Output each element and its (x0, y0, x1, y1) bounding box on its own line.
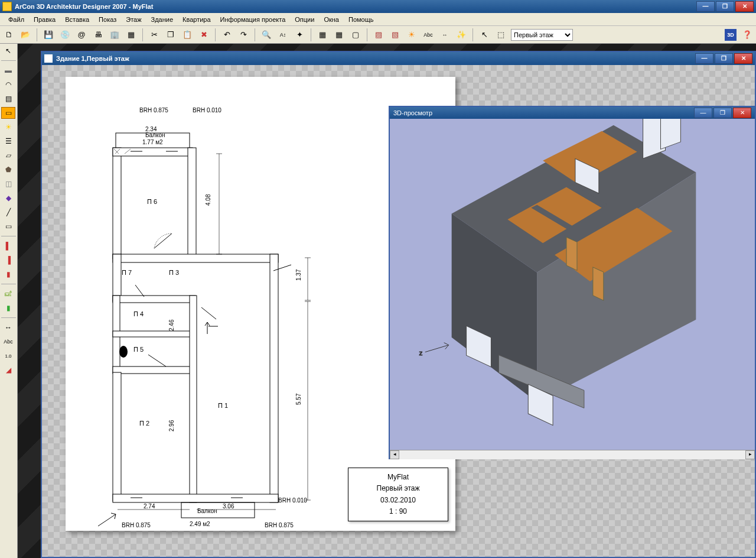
stairs-icon[interactable]: ☰ (1, 135, 15, 147)
room-label: П 4 (133, 310, 144, 317)
brh-label: BRH 0.010 (278, 497, 307, 504)
left-toolbar: ↖ ▬ ◠ ▤ ▭ ☀ ☰ ▱ ⬟ ◫ ◆ ╱ ▭ ▌ ▐ ▮ 🛋 ▮ ↔ Ab… (0, 44, 18, 558)
delete-icon[interactable]: ✖ (197, 28, 210, 41)
sun-icon[interactable]: ☀ (405, 28, 418, 41)
hatch1-icon[interactable]: ▨ (372, 28, 385, 41)
floorplan-titlebar[interactable]: Здание 1,Первый этаж — ❐ ✕ (42, 52, 755, 65)
redo-icon[interactable]: ↷ (237, 28, 250, 41)
mesh-icon[interactable]: ◫ (1, 178, 15, 190)
room-label: П 7 (122, 269, 132, 276)
pointer-icon[interactable]: ↖ (1, 45, 15, 57)
minimize-button[interactable]: — (696, 1, 715, 12)
room-label: П 1 (218, 402, 228, 409)
room-icon[interactable]: ▭ (1, 107, 15, 119)
email-icon[interactable]: @ (75, 28, 88, 41)
menu-bar: Файл Правка Вставка Показ Этаж Здание Кв… (0, 13, 756, 26)
scroll-right-icon[interactable]: ▸ (745, 450, 755, 459)
menu-insert[interactable]: Вставка (60, 15, 94, 24)
main-toolbar: 🗋 📂 💾 💿 @ 🖶 🏢 ▦ ✂ ❐ 📋 ✖ ↶ ↷ 🔍 A↕ ✦ ▦ ▦ ▢… (0, 26, 756, 44)
dim-label: 2.46 (168, 319, 175, 331)
3d-minimize-button[interactable]: — (694, 108, 712, 118)
open-icon[interactable]: 📂 (19, 28, 32, 41)
sun2-icon[interactable]: ☀ (1, 121, 15, 133)
compass-icon[interactable]: ✦ (293, 28, 306, 41)
hatch-icon[interactable]: ▤ (1, 93, 15, 105)
doc-close-button[interactable]: ✕ (734, 53, 752, 64)
rect-icon[interactable]: ▭ (1, 220, 15, 232)
copy-icon[interactable]: ❐ (164, 28, 177, 41)
section-icon[interactable]: ◢ (1, 364, 15, 376)
menu-apartment[interactable]: Квартира (178, 15, 216, 24)
tile-icon[interactable]: ▢ (349, 28, 362, 41)
doc-minimize-button[interactable]: — (695, 53, 713, 64)
room-label: П 3 (169, 269, 179, 276)
new-icon[interactable]: 🗋 (2, 28, 15, 41)
arc-icon[interactable]: ◠ (1, 79, 15, 90)
3d-maximize-button[interactable]: ❐ (713, 108, 732, 118)
cursor-icon[interactable]: ↖ (478, 28, 491, 41)
save-icon[interactable]: 💾 (42, 28, 55, 41)
wand-icon[interactable]: ✨ (455, 28, 468, 41)
text-icon[interactable]: Abc (422, 28, 435, 41)
plant-icon[interactable]: ▮ (1, 302, 15, 314)
3d-scrollbar-horizontal[interactable]: ◂ ▸ (390, 450, 755, 459)
scroll-track[interactable] (399, 450, 745, 459)
maximize-button[interactable]: ❐ (716, 1, 734, 12)
furniture-icon[interactable]: 🛋 (1, 288, 15, 300)
zoom-out-icon[interactable]: A↕ (276, 28, 289, 41)
menu-floor[interactable]: Этаж (121, 15, 146, 24)
menu-edit[interactable]: Правка (29, 15, 60, 24)
menu-options[interactable]: Опции (290, 15, 319, 24)
tag-icon[interactable]: 1.0 (1, 350, 15, 362)
dim-icon[interactable]: ↔ (438, 28, 451, 41)
grid2-icon[interactable]: ▦ (333, 28, 346, 41)
3d-close-button[interactable]: ✕ (733, 108, 751, 118)
select-icon[interactable]: ⬚ (494, 28, 507, 41)
paste-icon[interactable]: 📋 (181, 28, 194, 41)
text2-icon[interactable]: Abc (1, 336, 15, 348)
buildings-icon[interactable]: 🏢 (108, 28, 121, 41)
opening-icon[interactable]: ▮ (1, 268, 15, 280)
floor-selector[interactable]: Первый этаж (511, 29, 573, 41)
zoom-icon[interactable]: 🔍 (260, 28, 273, 41)
hatch2-icon[interactable]: ▧ (389, 28, 402, 41)
svg-rect-13 (113, 494, 278, 502)
menu-project-info[interactable]: Информация проекта (216, 15, 291, 24)
grid-icon[interactable]: ▦ (316, 28, 329, 41)
3d-icon[interactable]: 3D (724, 28, 737, 41)
menu-help[interactable]: Помощь (344, 15, 379, 24)
undo-icon[interactable]: ↶ (220, 28, 233, 41)
cut-icon[interactable]: ✂ (148, 28, 161, 41)
layers-icon[interactable]: ▦ (125, 28, 138, 41)
menu-windows[interactable]: Окна (319, 15, 344, 24)
3d-viewport[interactable]: z (390, 119, 755, 450)
svg-rect-12 (190, 296, 197, 502)
svg-rect-3 (188, 148, 196, 259)
wall-icon[interactable]: ▬ (1, 64, 15, 76)
floor-name: Первый этаж (348, 483, 448, 494)
measure-icon[interactable]: ↔ (1, 322, 15, 333)
print-icon[interactable]: 🖶 (92, 28, 105, 41)
menu-view[interactable]: Показ (94, 15, 121, 24)
toolbar-separator (472, 28, 473, 41)
svg-rect-9 (113, 331, 195, 337)
diskette-icon[interactable]: 💿 (58, 28, 71, 41)
doc-maximize-button[interactable]: ❐ (715, 53, 733, 64)
scroll-left-icon[interactable]: ◂ (390, 450, 399, 459)
dim-label: 2.96 (168, 420, 175, 432)
window-icon[interactable]: ▐ (1, 254, 15, 266)
3d-viewer-titlebar[interactable]: 3D-просмотр — ❐ ✕ (390, 107, 755, 119)
svg-rect-46 (593, 267, 604, 300)
3d-viewer-window: 3D-просмотр — ❐ ✕ (389, 106, 756, 459)
menu-file[interactable]: Файл (4, 15, 29, 24)
shape-icon[interactable]: ▱ (1, 150, 15, 161)
project-name: MyFlat (348, 472, 448, 483)
help-icon[interactable]: ❓ (741, 28, 754, 41)
close-button[interactable]: ✕ (735, 1, 754, 12)
terrain-icon[interactable]: ⬟ (1, 164, 15, 176)
menu-building[interactable]: Здание (146, 15, 178, 24)
svg-rect-10 (113, 366, 195, 374)
line-icon[interactable]: ╱ (1, 206, 15, 218)
door-icon[interactable]: ▌ (1, 240, 15, 252)
extrude-icon[interactable]: ◆ (1, 192, 15, 204)
